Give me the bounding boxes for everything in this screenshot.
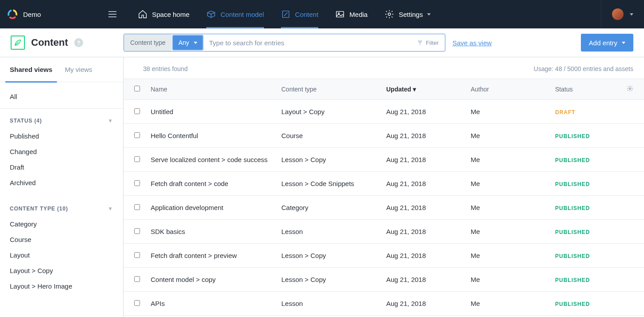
sidebar-item[interactable]: Archived <box>10 175 113 190</box>
svg-rect-4 <box>336 12 344 17</box>
select-all-checkbox[interactable] <box>134 86 140 91</box>
col-content-type[interactable]: Content type <box>276 79 381 100</box>
col-author[interactable]: Author <box>465 79 550 100</box>
cell-name: Serve localized content > code success <box>145 148 276 172</box>
cell-content-type: Lesson <box>276 292 381 316</box>
cell-status: PUBLISHED <box>550 292 621 316</box>
sidebar-item[interactable]: Draft <box>10 159 113 175</box>
cell-status: PUBLISHED <box>550 148 621 172</box>
row-checkbox[interactable] <box>134 228 140 234</box>
row-checkbox[interactable] <box>134 300 140 306</box>
search-input[interactable] <box>204 34 411 51</box>
status-badge: DRAFT <box>555 109 576 115</box>
cell-name: Fetch draft content > preview <box>145 244 276 268</box>
status-badge: PUBLISHED <box>555 229 590 235</box>
nav-space-home[interactable]: Space home <box>138 0 189 28</box>
cell-updated: Aug 21, 2018 <box>381 124 465 148</box>
table-row[interactable]: Fetch draft content > previewLesson > Co… <box>124 244 644 268</box>
cell-name: APIs <box>145 292 276 316</box>
usage-info: Usage: 48 / 5000 entries and assets <box>534 65 633 72</box>
tab-shared-views[interactable]: Shared views <box>10 57 52 82</box>
cell-content-type: Layout > Copy <box>276 100 381 124</box>
chevron-down-icon <box>622 42 625 44</box>
sidebar-item[interactable]: Published <box>10 128 113 144</box>
sidebar-item[interactable]: Layout <box>10 247 113 263</box>
status-badge: PUBLISHED <box>555 181 590 187</box>
sidebar-status-list: PublishedChangedDraftArchived <box>0 128 123 197</box>
feather-icon <box>14 39 22 47</box>
avatar[interactable] <box>612 8 624 20</box>
cell-content-type: Category <box>276 196 381 220</box>
logo-wrap[interactable]: Demo <box>7 9 41 20</box>
cell-name: Content model > copy <box>145 268 276 292</box>
row-checkbox[interactable] <box>134 132 140 138</box>
table-row[interactable]: Content model > copyLesson > CopyAug 21,… <box>124 268 644 292</box>
cell-author: Me <box>465 196 550 220</box>
cell-updated: Aug 21, 2018 <box>381 244 465 268</box>
row-checkbox[interactable] <box>134 108 140 114</box>
gear-icon <box>627 85 633 92</box>
toolbar-mid: Content type Any Filter Save as view <box>124 34 570 52</box>
sidebar-header-content-type[interactable]: CONTENT TYPE (10) ▼ <box>0 197 123 216</box>
sidebar-item[interactable]: Course <box>10 232 113 247</box>
table-row[interactable]: Hello ContentfulCourseAug 21, 2018MePUBL… <box>124 124 644 148</box>
col-updated[interactable]: Updated▾ <box>381 79 465 100</box>
help-icon[interactable]: ? <box>74 38 83 47</box>
sidebar-header-status[interactable]: STATUS (4) ▼ <box>0 109 123 128</box>
content-type-filter[interactable]: Any <box>173 36 202 50</box>
sidebar-item[interactable]: Changed <box>10 144 113 159</box>
cell-updated: Aug 21, 2018 <box>381 148 465 172</box>
cell-updated: Aug 21, 2018 <box>381 220 465 244</box>
header-label: CONTENT TYPE (10) <box>10 206 68 212</box>
add-entry-button[interactable]: Add entry <box>581 34 633 52</box>
nav-items: Space home Content model Content Media S… <box>124 0 601 28</box>
cell-author: Me <box>465 220 550 244</box>
table-row[interactable]: SDK basicsLessonAug 21, 2018MePUBLISHED <box>124 220 644 244</box>
sidebar-ct-list: CategoryCourseLayoutLayout > CopyLayout … <box>0 216 123 300</box>
table-row[interactable]: Fetch draft content > codeLesson > Code … <box>124 172 644 196</box>
row-checkbox[interactable] <box>134 156 140 162</box>
cell-updated: Aug 21, 2018 <box>381 196 465 220</box>
row-checkbox[interactable] <box>134 180 140 186</box>
sidebar-item[interactable]: Layout > Copy <box>10 263 113 278</box>
main: Shared views My views All STATUS (4) ▼ P… <box>0 57 644 317</box>
entries-table: Name Content type Updated▾ Author Status… <box>124 79 644 316</box>
nav-settings[interactable]: Settings <box>384 0 431 28</box>
nav-label: Media <box>349 11 368 18</box>
row-checkbox[interactable] <box>134 204 140 210</box>
navbar-right[interactable] <box>601 0 644 28</box>
box-icon <box>206 9 216 19</box>
table-row[interactable]: Application developmentCategoryAug 21, 2… <box>124 196 644 220</box>
image-icon <box>335 9 345 19</box>
col-name[interactable]: Name <box>145 79 276 100</box>
cell-status: DRAFT <box>550 100 621 124</box>
cell-status: PUBLISHED <box>550 196 621 220</box>
cell-content-type: Lesson > Copy <box>276 148 381 172</box>
col-settings[interactable] <box>621 79 644 100</box>
nav-label: Space home <box>152 11 189 18</box>
tab-my-views[interactable]: My views <box>65 57 92 82</box>
nav-content-model[interactable]: Content model <box>206 0 264 28</box>
sidebar-item[interactable]: Category <box>10 216 113 232</box>
save-as-view-link[interactable]: Save as view <box>452 39 492 47</box>
cell-author: Me <box>465 244 550 268</box>
nav-content[interactable]: Content <box>281 0 319 28</box>
col-status[interactable]: Status <box>550 79 621 100</box>
view-tabs: Shared views My views <box>0 57 123 82</box>
filter-button[interactable]: Filter <box>411 34 445 51</box>
col-checkbox <box>124 79 145 100</box>
row-checkbox[interactable] <box>134 276 140 282</box>
content-area: 38 entries found Usage: 48 / 5000 entrie… <box>124 57 644 317</box>
navbar-left: Demo <box>0 9 124 20</box>
nav-media[interactable]: Media <box>335 0 368 28</box>
hamburger-icon[interactable] <box>108 11 116 17</box>
table-row[interactable]: APIsLessonAug 21, 2018MePUBLISHED <box>124 292 644 316</box>
sidebar-item-all[interactable]: All <box>10 89 113 104</box>
row-checkbox[interactable] <box>134 252 140 258</box>
sidebar-item[interactable]: Layout > Hero Image <box>10 278 113 294</box>
table-row[interactable]: UntitledLayout > CopyAug 21, 2018MeDRAFT <box>124 100 644 124</box>
table-row[interactable]: Serve localized content > code successLe… <box>124 148 644 172</box>
toolbar-right: Add entry <box>570 34 644 52</box>
cell-name: Fetch draft content > code <box>145 172 276 196</box>
chevron-down-icon <box>194 42 197 44</box>
